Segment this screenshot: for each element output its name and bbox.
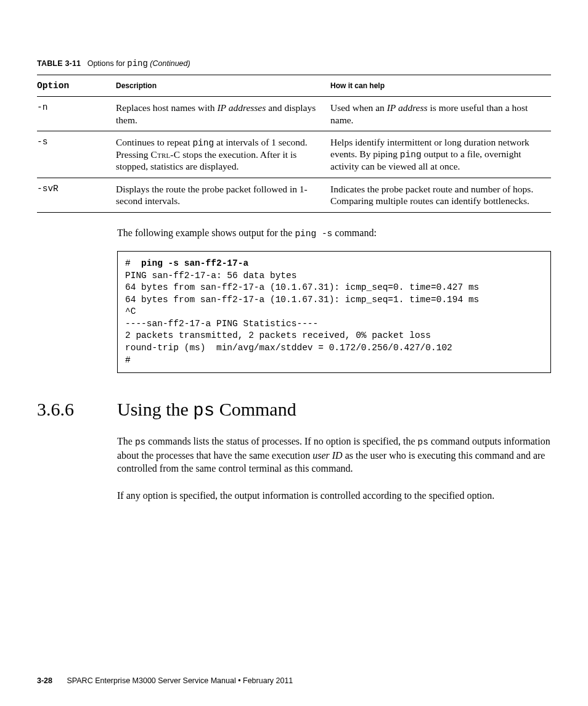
cell-description: Continues to repeat ping at intervals of… bbox=[116, 131, 330, 178]
table-title-pre: Options for bbox=[88, 59, 128, 68]
section-title-pre: Using the bbox=[117, 399, 193, 419]
cell-description: Replaces host names with IP addresses an… bbox=[116, 97, 330, 131]
table-label: TABLE 3-11 bbox=[37, 59, 81, 68]
section-heading: 3.6.6Using the ps Command bbox=[37, 399, 551, 421]
intro-paragraph: The following example shows output for t… bbox=[117, 226, 551, 240]
page-number: 3-28 bbox=[37, 676, 52, 685]
section-title-mono: ps bbox=[193, 401, 214, 421]
code-body: PING san-ff2-17-a: 56 data bytes 64 byte… bbox=[125, 271, 479, 365]
user-id-italic: user ID bbox=[312, 450, 342, 461]
paragraph-1: The ps commands lists the status of proc… bbox=[117, 435, 551, 475]
section-title-post: Command bbox=[214, 399, 296, 419]
code-command: ping -s san-ff2-17-a bbox=[141, 258, 248, 268]
footer-text: SPARC Enterprise M3000 Server Service Ma… bbox=[67, 676, 293, 685]
code-block: # ping -s san-ff2-17-a PING san-ff2-17-a… bbox=[117, 251, 551, 373]
code-prompt: # bbox=[125, 258, 141, 268]
th-help: How it can help bbox=[330, 75, 551, 97]
cell-help: Indicates the probe packet route and num… bbox=[330, 178, 551, 212]
cell-option: -n bbox=[37, 97, 116, 131]
cell-option: -svR bbox=[37, 178, 116, 212]
table-title-cont: (Continued) bbox=[148, 59, 190, 68]
table-caption: TABLE 3-11 Options for ping (Continued) bbox=[37, 59, 551, 68]
cell-help: Used when an IP address is more useful t… bbox=[330, 97, 551, 131]
ps-inline: ps bbox=[418, 437, 428, 447]
table-row: -svR Displays the route the probe packet… bbox=[37, 178, 551, 212]
th-description: Description bbox=[116, 75, 330, 97]
section-number: 3.6.6 bbox=[37, 399, 117, 419]
cell-option: -s bbox=[37, 131, 116, 178]
intro-post: command: bbox=[332, 228, 377, 238]
ps-inline: ps bbox=[135, 437, 145, 447]
options-table: Option Description How it can help -n Re… bbox=[37, 75, 551, 213]
table-row: -s Continues to repeat ping at intervals… bbox=[37, 131, 551, 178]
page-footer: 3-28 SPARC Enterprise M3000 Server Servi… bbox=[37, 676, 551, 685]
th-option: Option bbox=[37, 75, 116, 97]
intro-mono: ping -s bbox=[295, 229, 332, 239]
paragraph-2: If any option is specified, the output i… bbox=[117, 489, 551, 503]
cell-description: Displays the route the probe packet foll… bbox=[116, 178, 330, 212]
table-title-mono: ping bbox=[127, 59, 148, 68]
cell-help: Helps identify intermittent or long dura… bbox=[330, 131, 551, 178]
intro-pre: The following example shows output for t… bbox=[117, 228, 295, 238]
table-row: -n Replaces host names with IP addresses… bbox=[37, 97, 551, 131]
